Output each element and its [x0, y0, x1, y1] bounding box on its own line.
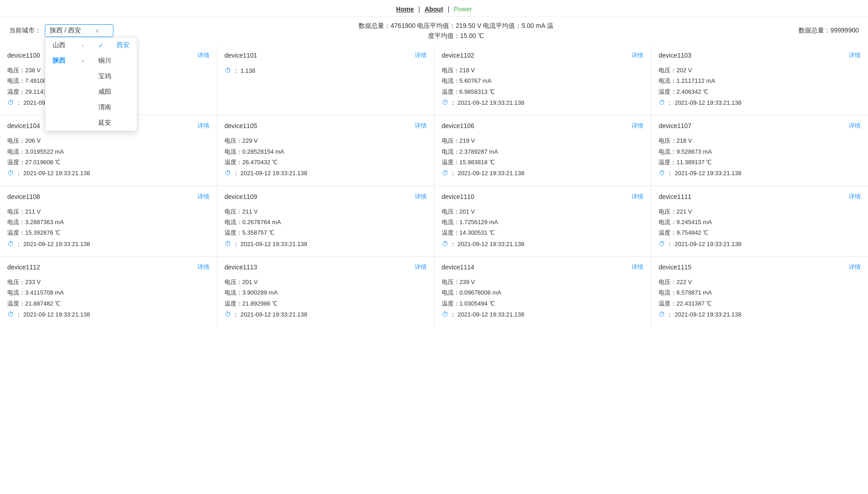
device-time-label: ：: [667, 97, 673, 108]
device-name: device1111: [659, 193, 691, 200]
header: Home | About | Power: [0, 0, 868, 17]
device-voltage: 电压：218 V: [442, 65, 644, 75]
city-baoji-label: 宝鸡: [98, 72, 111, 81]
device-name: device1105: [225, 122, 257, 129]
device-detail-link[interactable]: 详情: [849, 51, 861, 59]
device-detail-link[interactable]: 详情: [849, 193, 861, 201]
city-xianyang[interactable]: 咸阳: [91, 84, 137, 100]
device-current: 电流：3.900289 mA: [225, 287, 427, 298]
device-current: 电流：0.09678006 mA: [442, 287, 644, 298]
stats-line2: 度平均值：15.00 ℃: [127, 31, 785, 41]
device-voltage: 电压：206 V: [7, 135, 209, 146]
province-shanxi[interactable]: 山西 ›: [45, 38, 91, 53]
about-link[interactable]: About: [424, 5, 443, 13]
device-info: 电压：233 V 电流：3.4115708 mA 温度：21.887482 ℃ …: [7, 277, 209, 320]
device-time-label: ：: [667, 309, 673, 320]
device-voltage: 电压：211 V: [7, 206, 209, 217]
device-detail-link[interactable]: 详情: [632, 122, 643, 130]
device-time-label: ：: [233, 168, 239, 178]
device-current: 电流：3.4115708 mA: [7, 287, 209, 298]
home-link[interactable]: Home: [396, 5, 414, 13]
device-voltage: 电压：211 V: [225, 206, 427, 217]
device-time-row: ⏱ ： 2021-09-12 19:33:21.138: [7, 167, 209, 179]
device-current: 电流：9.528673 mA: [659, 146, 861, 157]
device-time-label: ：: [667, 239, 673, 249]
device-header: device1112 详情: [7, 263, 209, 271]
device-temp: 温度：26.470432 ℃: [225, 157, 427, 167]
device-detail-link[interactable]: 详情: [849, 263, 861, 271]
device-time-label: ：: [667, 168, 673, 178]
device-time: 2021-09-12 19:33:21.138: [675, 309, 741, 320]
city-baoji[interactable]: 宝鸡: [91, 69, 137, 84]
device-info: ⏱ ： 1.138: [225, 65, 427, 76]
device-header: device1105 详情: [225, 122, 427, 130]
clock-icon: ⏱: [7, 309, 14, 320]
province-shaanxi[interactable]: 陕西 ›: [45, 53, 91, 69]
device-temp: 温度：27.019608 ℃: [7, 157, 209, 167]
device-header: device1110 详情: [442, 193, 644, 201]
device-time-row: ⏱ ： 2021-09-12 19:33:21.138: [225, 238, 427, 250]
device-name: device1103: [659, 52, 691, 59]
device-detail-link[interactable]: 详情: [415, 51, 427, 59]
province-shanxi-label: 山西: [53, 41, 65, 49]
device-time-label: ：: [16, 239, 21, 249]
city-select-button[interactable]: 陕西 / 西安 ∨: [45, 24, 113, 37]
device-time-label: ：: [233, 65, 239, 76]
device-temp: 温度：15.392876 ℃: [7, 227, 209, 238]
power-link[interactable]: Power: [454, 5, 472, 13]
device-time: 1.138: [241, 65, 256, 76]
device-time: 2021-09-12 19:33:21.138: [675, 239, 741, 249]
device-card-device1107: device1107 详情 电压：218 V 电流：9.528673 mA 温度…: [651, 115, 868, 185]
device-header: device1113 详情: [225, 263, 427, 271]
device-header: device1101 详情: [225, 51, 427, 59]
chevron-down-icon: ∨: [95, 27, 99, 34]
device-current: 电流：3.2887363 mA: [7, 217, 209, 227]
stats-info: 数据总量：4761900 电压平均值：219.50 V 电流平均值：5.00 m…: [127, 21, 785, 41]
device-time-label: ：: [16, 309, 21, 320]
device-detail-link[interactable]: 详情: [632, 193, 643, 201]
device-card-device1112: device1112 详情 电压：233 V 电流：3.4115708 mA 温…: [0, 257, 217, 327]
device-detail-link[interactable]: 详情: [198, 263, 209, 271]
device-name: device1110: [442, 193, 475, 200]
device-header: device1107 详情: [659, 122, 861, 130]
device-time-row: ⏱ ： 2021-09-12 19:33:21.138: [442, 238, 644, 250]
device-detail-link[interactable]: 详情: [632, 51, 643, 59]
device-time-row: ⏱ ： 2021-09-12 19:33:21.138: [442, 97, 644, 108]
device-current: 电流：6.579871 mA: [659, 287, 861, 298]
device-info: 电压：229 V 电流：0.28528154 mA 温度：26.470432 ℃…: [225, 135, 427, 179]
device-detail-link[interactable]: 详情: [198, 193, 209, 201]
device-detail-link[interactable]: 详情: [198, 51, 209, 59]
device-detail-link[interactable]: 详情: [849, 122, 861, 130]
city-yanan[interactable]: 延安: [91, 115, 137, 131]
device-detail-link[interactable]: 详情: [415, 193, 427, 201]
device-detail-link[interactable]: 详情: [632, 263, 643, 271]
city-weinan[interactable]: 渭南: [91, 100, 137, 115]
device-current: 电流：1.2117112 mA: [659, 75, 861, 86]
device-time: 2021-09-12 19:33:21.138: [241, 168, 307, 178]
device-time-label: ：: [450, 97, 456, 108]
device-detail-link[interactable]: 详情: [415, 122, 427, 130]
clock-icon: ⏱: [442, 167, 448, 179]
device-detail-link[interactable]: 详情: [415, 263, 427, 271]
city-selector: 当前城市： 陕西 / 西安 ∨ 山西 › 陕西 ›: [9, 24, 113, 37]
city-xian[interactable]: ✓ 西安: [91, 38, 137, 53]
clock-icon: ⏱: [659, 97, 665, 108]
device-info: 电压：206 V 电流：3.0195522 mA 温度：27.019608 ℃ …: [7, 135, 209, 179]
device-name: device1114: [442, 263, 475, 271]
device-current: 电流：2.3789287 mA: [442, 146, 644, 157]
device-name: device1100: [7, 52, 40, 59]
device-info: 电压：202 V 电流：1.2117112 mA 温度：2.406342 ℃ ⏱…: [659, 65, 861, 108]
device-temp: 温度：1.0305494 ℃: [442, 298, 644, 309]
device-name: device1107: [659, 122, 691, 129]
device-time-label: ：: [16, 97, 21, 108]
device-time: 2021-09-12 19:33:21.138: [458, 309, 525, 320]
device-time: 2021-09-12 19:33:21.138: [458, 239, 525, 249]
device-card-device1114: device1114 详情 电压：239 V 电流：0.09678006 mA …: [434, 257, 651, 327]
device-header: device1115 详情: [659, 263, 861, 271]
city-tongchuan[interactable]: 铜川: [91, 53, 137, 69]
device-detail-link[interactable]: 详情: [198, 122, 209, 130]
device-time: 2021-09-12 19:33:21.138: [675, 168, 741, 178]
device-time: 2021-09-12 19:33:21.138: [241, 309, 307, 320]
device-temp: 温度：15.983818 ℃: [442, 157, 644, 167]
device-info: 电压：221 V 电流：9.245415 mA 温度：9.754842 ℃ ⏱ …: [659, 206, 861, 250]
